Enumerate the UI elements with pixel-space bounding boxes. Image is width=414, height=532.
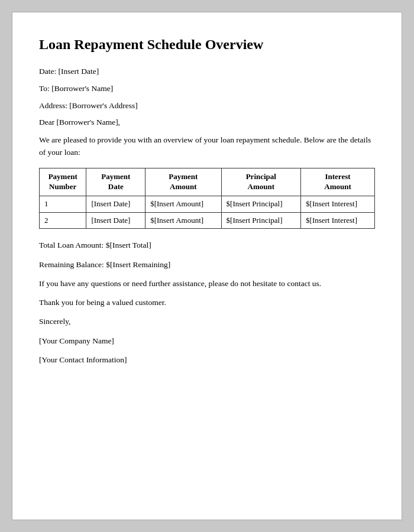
table-cell-row2-col1: 2 (40, 212, 86, 229)
total-loan-line: Total Loan Amount: $[Insert Total] (39, 239, 375, 251)
footer-section: Total Loan Amount: $[Insert Total] Remai… (39, 239, 375, 366)
table-cell-row2-col4: $[Insert Principal] (221, 212, 300, 229)
date-line: Date: [Insert Date] (39, 66, 375, 77)
table-cell-row1-col4: $[Insert Principal] (221, 196, 300, 212)
contact-info: [Your Contact Information] (39, 354, 375, 366)
to-line: To: [Borrower's Name] (39, 83, 375, 95)
table-row: 1[Insert Date]$[Insert Amount]$[Insert P… (40, 196, 375, 212)
table-cell-row1-col3: $[Insert Amount] (145, 196, 221, 212)
col-header-principal-amount: PrincipalAmount (221, 168, 300, 196)
col-header-interest-amount: InterestAmount (301, 168, 375, 196)
table-cell-row2-col5: $[Insert Interest] (301, 212, 375, 229)
col-header-payment-date: PaymentDate (86, 168, 145, 196)
document-title: Loan Repayment Schedule Overview (39, 36, 375, 53)
table-cell-row1-col1: 1 (40, 196, 86, 212)
table-row: 2[Insert Date]$[Insert Amount]$[Insert P… (40, 212, 375, 229)
questions-text: If you have any questions or need furthe… (39, 278, 375, 290)
remaining-balance-line: Remaining Balance: $[Insert Remaining] (39, 259, 375, 271)
col-header-payment-number: PaymentNumber (40, 168, 86, 196)
company-name: [Your Company Name] (39, 335, 375, 347)
table-cell-row1-col2: [Insert Date] (86, 196, 145, 212)
sincerely-text: Sincerely, (39, 316, 375, 327)
table-cell-row2-col3: $[Insert Amount] (145, 212, 221, 229)
thank-you-text: Thank you for being a valued customer. (39, 297, 375, 309)
col-header-payment-amount: PaymentAmount (145, 168, 221, 196)
document-page: Loan Repayment Schedule Overview Date: [… (12, 12, 402, 520)
table-cell-row2-col2: [Insert Date] (86, 212, 145, 229)
dear-line: Dear [Borrower's Name], (39, 117, 375, 128)
address-line: Address: [Borrower's Address] (39, 100, 375, 112)
repayment-table: PaymentNumber PaymentDate PaymentAmount … (39, 168, 375, 229)
table-cell-row1-col5: $[Insert Interest] (301, 196, 375, 212)
table-header-row: PaymentNumber PaymentDate PaymentAmount … (40, 168, 375, 196)
intro-text: We are pleased to provide you with an ov… (39, 134, 375, 158)
repayment-table-wrapper: PaymentNumber PaymentDate PaymentAmount … (39, 168, 375, 229)
